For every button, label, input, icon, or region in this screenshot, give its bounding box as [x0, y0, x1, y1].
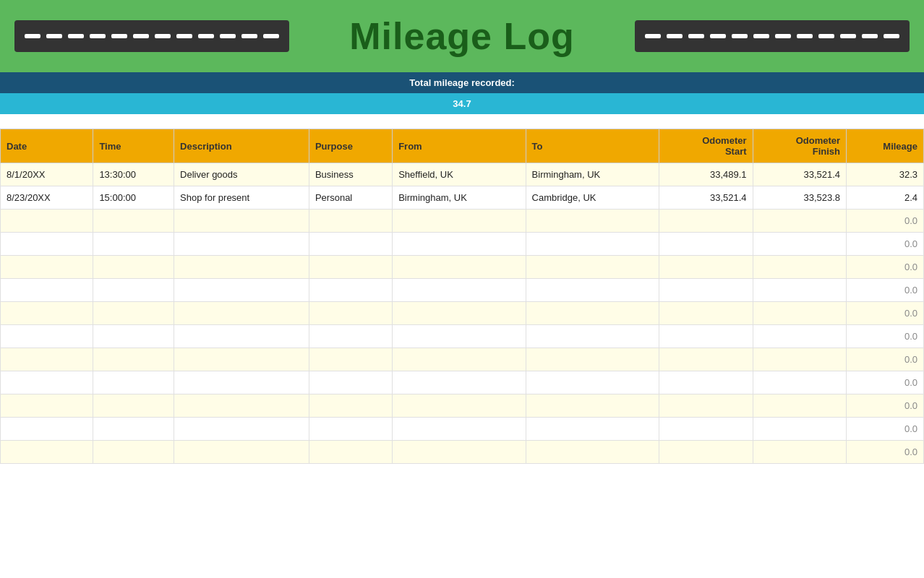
cell-odometer_start — [659, 256, 753, 279]
cell-odometer_finish — [753, 210, 847, 233]
cell-mileage: 32.3 — [847, 163, 924, 186]
cell-odometer_start — [659, 348, 753, 371]
cell-to — [526, 348, 659, 371]
cell-description — [174, 302, 309, 325]
table-row: 0.0 — [1, 302, 924, 325]
cell-time — [93, 348, 174, 371]
road-dash — [25, 34, 40, 38]
cell-from — [393, 302, 526, 325]
cell-odometer_start — [659, 233, 753, 256]
cell-description: Shop for present — [174, 186, 309, 210]
cell-mileage: 0.0 — [847, 302, 924, 325]
cell-odometer_finish — [753, 302, 847, 325]
col-description: Description — [174, 129, 309, 163]
table-row: 8/1/20XX13:30:00Deliver goodsBusinessShe… — [1, 163, 924, 186]
cell-description — [174, 418, 309, 441]
cell-date — [1, 348, 93, 371]
road-dash — [862, 34, 878, 38]
cell-from — [393, 325, 526, 348]
road-dash — [46, 34, 62, 38]
cell-to: Birmingham, UK — [526, 163, 659, 186]
cell-purpose — [309, 371, 392, 394]
cell-date — [1, 279, 93, 302]
cell-from — [393, 210, 526, 233]
table-row: 8/23/20XX15:00:00Shop for presentPersona… — [1, 186, 924, 210]
cell-odometer_start — [659, 441, 753, 464]
road-dash — [220, 34, 236, 38]
cell-to — [526, 418, 659, 441]
cell-odometer_finish: 33,523.8 — [753, 186, 847, 210]
col-odometer-start: OdometerStart — [659, 129, 753, 163]
cell-to — [526, 233, 659, 256]
cell-description — [174, 394, 309, 418]
cell-to — [526, 302, 659, 325]
cell-description — [174, 279, 309, 302]
col-to: To — [526, 129, 659, 163]
cell-description — [174, 441, 309, 464]
cell-odometer_start — [659, 418, 753, 441]
cell-to — [526, 371, 659, 394]
cell-odometer_finish — [753, 233, 847, 256]
table-row: 0.0 — [1, 394, 924, 418]
cell-date — [1, 441, 93, 464]
cell-odometer_finish — [753, 279, 847, 302]
road-decoration-left — [14, 20, 289, 52]
table-row: 0.0 — [1, 279, 924, 302]
cell-to — [526, 325, 659, 348]
cell-odometer_start — [659, 371, 753, 394]
road-dash — [198, 34, 214, 38]
road-dash — [753, 34, 769, 38]
summary-value: 34.7 — [0, 93, 924, 114]
road-dash — [68, 34, 84, 38]
cell-date — [1, 418, 93, 441]
cell-description — [174, 256, 309, 279]
cell-from — [393, 279, 526, 302]
page-header: Mileage Log — [0, 0, 924, 72]
table-row: 0.0 — [1, 210, 924, 233]
cell-purpose — [309, 325, 392, 348]
cell-time: 15:00:00 — [93, 186, 174, 210]
cell-odometer_finish — [753, 418, 847, 441]
cell-from: Birmingham, UK — [393, 186, 526, 210]
cell-description — [174, 348, 309, 371]
cell-purpose: Personal — [309, 186, 392, 210]
cell-purpose — [309, 418, 392, 441]
cell-purpose: Business — [309, 163, 392, 186]
cell-odometer_start — [659, 394, 753, 418]
table-row: 0.0 — [1, 325, 924, 348]
cell-odometer_start — [659, 210, 753, 233]
cell-to: Cambridge, UK — [526, 186, 659, 210]
col-purpose: Purpose — [309, 129, 392, 163]
cell-mileage: 0.0 — [847, 279, 924, 302]
road-dash — [241, 34, 257, 38]
cell-time — [93, 418, 174, 441]
cell-mileage: 0.0 — [847, 210, 924, 233]
cell-odometer_finish — [753, 325, 847, 348]
col-date: Date — [1, 129, 93, 163]
col-from: From — [393, 129, 526, 163]
cell-mileage: 0.0 — [847, 256, 924, 279]
cell-date — [1, 325, 93, 348]
road-dash — [775, 34, 791, 38]
cell-odometer_finish — [753, 441, 847, 464]
cell-mileage: 0.0 — [847, 371, 924, 394]
cell-date — [1, 371, 93, 394]
cell-time — [93, 325, 174, 348]
cell-time — [93, 256, 174, 279]
cell-purpose — [309, 279, 392, 302]
cell-purpose — [309, 233, 392, 256]
table-row: 0.0 — [1, 348, 924, 371]
cell-description: Deliver goods — [174, 163, 309, 186]
cell-time — [93, 279, 174, 302]
cell-odometer_finish — [753, 348, 847, 371]
table-row: 0.0 — [1, 418, 924, 441]
cell-time — [93, 210, 174, 233]
cell-odometer_finish: 33,521.4 — [753, 163, 847, 186]
cell-mileage: 0.0 — [847, 441, 924, 464]
table-header-row: Date Time Description Purpose From To Od… — [1, 129, 924, 163]
cell-description — [174, 233, 309, 256]
cell-date — [1, 394, 93, 418]
cell-from — [393, 441, 526, 464]
cell-odometer_start — [659, 325, 753, 348]
table-row: 0.0 — [1, 371, 924, 394]
